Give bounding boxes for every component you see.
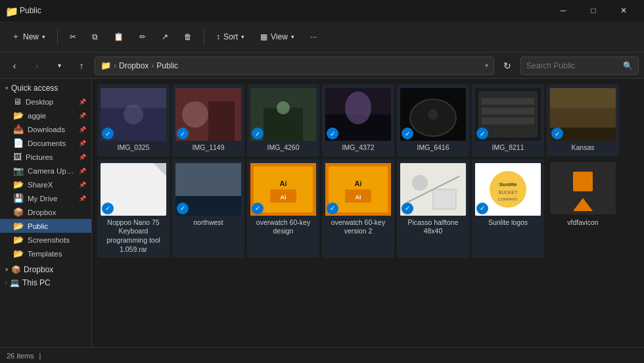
downloads-pin-icon: 📌 [79, 126, 86, 133]
file-name-img-8211: IMG_8211 [492, 143, 524, 153]
path-public[interactable]: Public [156, 61, 178, 70]
svg-point-37 [412, 175, 428, 191]
more-button[interactable]: ··· [304, 25, 323, 49]
file-grid: ✓IMG_0325✓IMG_1149✓IMG_4260✓IMG_4372✓IMG… [97, 84, 639, 258]
sidebar-item-pictures[interactable]: 🖼Pictures📌 [0, 150, 91, 164]
address-path[interactable]: 📁 › Dropbox › Public ▾ [95, 57, 494, 75]
sidebar-item-sharex[interactable]: 📂ShareX📌 [0, 178, 91, 191]
forward-button[interactable]: › [28, 57, 46, 75]
pictures-label: Pictures [26, 153, 75, 161]
thumbnail-wrap-img-4372: ✓ [325, 88, 391, 141]
sidebar-item-public[interactable]: 📂Public [0, 219, 91, 233]
this-pc-chevron: › [5, 279, 7, 286]
view-button[interactable]: ▦ View ▾ [254, 25, 301, 49]
sidebar-item-my-drive[interactable]: 💾My Drive📌 [0, 191, 91, 205]
sort-icon: ↕ [216, 32, 220, 41]
camera-upload-label: Camera Uplc... [28, 167, 75, 175]
main-layout: ▾ Quick access 🖥Desktop📌📂aggie📌📥Download… [0, 79, 644, 347]
dropbox-icon: 📦 [11, 265, 21, 274]
this-pc-label: This PC [22, 278, 51, 287]
file-item-overwatch-60-v2[interactable]: AiAi✓overwatch 60-key version 2 [322, 159, 394, 258]
file-item-kansas[interactable]: ✓Kansas [547, 84, 619, 157]
sidebar-item-documents[interactable]: 📄Documents📌 [0, 136, 91, 150]
svg-text:COMPANY: COMPANY [498, 197, 518, 201]
check-badge-img-8211: ✓ [476, 128, 488, 139]
file-item-picasso[interactable]: ✓Picasso halftone 48x40 [397, 159, 469, 258]
svg-point-14 [428, 109, 438, 120]
delete-button[interactable]: 🗑 [177, 25, 198, 49]
path-folder-icon: 📁 [101, 60, 111, 70]
file-item-overwatch-60-key[interactable]: AiAi✓overwatch 60-key design [247, 159, 319, 258]
svg-rect-5 [208, 101, 235, 141]
sidebar-item-screenshots[interactable]: 📂Screenshots [0, 233, 91, 247]
new-icon: ＋ [12, 31, 20, 42]
search-input[interactable] [526, 61, 619, 70]
file-name-picasso: Picasso halftone 48x40 [400, 218, 466, 236]
maximize-button[interactable]: □ [578, 0, 609, 21]
thumbnail-wrap-img-0325: ✓ [101, 88, 166, 141]
dropbox-chevron: ▾ [5, 266, 9, 273]
public-label: Public [28, 222, 86, 230]
quick-access-header[interactable]: ▾ Quick access [0, 82, 91, 95]
sidebar-item-dropbox[interactable]: 📦Dropbox [0, 205, 91, 219]
sidebar-item-templates[interactable]: 📂Templates [0, 247, 91, 260]
sort-button[interactable]: ↕ Sort ▾ [210, 25, 251, 49]
cut-button[interactable]: ✂ [63, 25, 83, 49]
path-dropdown-button[interactable]: ▾ [485, 62, 488, 69]
dropbox-label: Dropbox [28, 208, 86, 216]
my-drive-label: My Drive [28, 195, 75, 203]
sharex-label: ShareX [28, 181, 75, 189]
thumbnail-wrap-picasso: ✓ [400, 163, 466, 216]
recent-button[interactable]: ▾ [50, 57, 68, 75]
back-button[interactable]: ‹ [5, 57, 24, 75]
my-drive-pin-icon: 📌 [79, 195, 86, 202]
svg-rect-39 [433, 189, 456, 209]
title-bar-icon: 📁 [5, 5, 16, 16]
share-button[interactable]: ↗ [155, 25, 175, 49]
close-button[interactable]: ✕ [609, 0, 639, 21]
up-button[interactable]: ↑ [72, 57, 91, 75]
file-item-noppoo[interactable]: ✓Noppoo Nano 75 Keyboard programming too… [97, 159, 170, 258]
dropbox-section-header[interactable]: ▾ 📦 Dropbox [0, 263, 91, 276]
sidebar-item-downloads[interactable]: 📥Downloads📌 [0, 122, 91, 136]
sidebar-item-camera-upload[interactable]: 📷Camera Uplc...📌 [0, 164, 91, 178]
file-item-img-0325[interactable]: ✓IMG_0325 [97, 84, 170, 157]
desktop-label: Desktop [26, 98, 75, 106]
svg-rect-19 [482, 118, 534, 124]
file-item-img-4372[interactable]: ✓IMG_4372 [322, 84, 394, 157]
rename-button[interactable]: ✏ [133, 25, 152, 49]
desktop-icon: 🖥 [13, 97, 22, 107]
new-button[interactable]: ＋ New ▾ [5, 25, 52, 49]
refresh-button[interactable]: ↻ [498, 57, 517, 75]
screenshots-label: Screenshots [28, 236, 86, 244]
search-box[interactable]: 🔍 [520, 57, 639, 75]
path-dropbox[interactable]: Dropbox [119, 61, 149, 70]
svg-text:Sunlite: Sunlite [499, 182, 517, 187]
file-item-img-8211[interactable]: ✓IMG_8211 [472, 84, 544, 157]
title-bar-title: Public [20, 6, 41, 15]
file-name-img-4260: IMG_4260 [267, 143, 299, 153]
file-name-img-1149: IMG_1149 [192, 143, 224, 153]
file-item-sunlite[interactable]: SunliteBUCKETCOMPANY✓Sunlite logos [472, 159, 544, 258]
file-item-img-1149[interactable]: ✓IMG_1149 [172, 84, 244, 157]
thumbnail-wrap-vfdfavicon [550, 163, 616, 216]
thumbnail-wrap-overwatch-60-key: AiAi✓ [250, 163, 316, 216]
this-pc-section-header[interactable]: › 💻 This PC [0, 276, 91, 289]
sidebar-item-desktop[interactable]: 🖥Desktop📌 [0, 95, 91, 109]
file-item-img-4260[interactable]: ✓IMG_4260 [247, 84, 319, 157]
file-item-northwest[interactable]: ✓northwest [172, 159, 244, 258]
file-item-img-6416[interactable]: ✓IMG_6416 [397, 84, 469, 157]
aggie-label: aggie [28, 112, 75, 120]
copy-button[interactable]: ⧉ [85, 25, 104, 49]
minimize-button[interactable]: ─ [548, 0, 578, 21]
check-badge-overwatch-60-v2: ✓ [327, 203, 338, 214]
file-item-vfdfavicon[interactable]: vfdfavicon [547, 159, 619, 258]
separator-1 [57, 29, 58, 45]
svg-rect-25 [175, 163, 241, 196]
sidebar-item-aggie[interactable]: 📂aggie📌 [0, 109, 91, 122]
desktop-pin-icon: 📌 [79, 99, 86, 105]
file-name-img-4372: IMG_4372 [342, 143, 374, 153]
downloads-label: Downloads [28, 126, 75, 133]
view-dropdown-icon: ▾ [291, 34, 294, 40]
paste-button[interactable]: 📋 [107, 25, 130, 49]
